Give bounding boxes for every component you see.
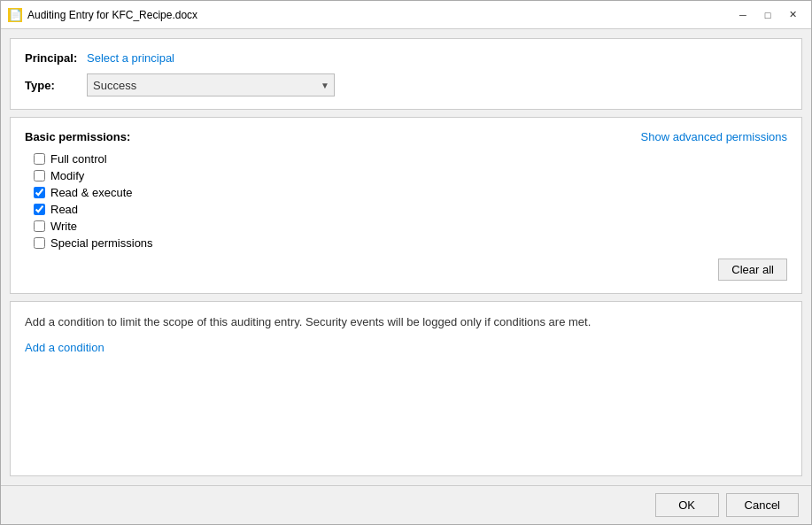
clear-all-button[interactable]: Clear all	[718, 259, 787, 281]
read-checkbox[interactable]	[34, 204, 45, 215]
read-execute-label: Read & execute	[50, 186, 133, 199]
type-label: Type:	[25, 79, 87, 92]
footer: OK Cancel	[1, 485, 811, 524]
condition-description: Add a condition to limit the scope of th…	[25, 314, 787, 330]
read-execute-checkbox[interactable]	[34, 187, 45, 198]
type-row: Type: Success Failure All ▼	[25, 73, 787, 97]
permission-modify: Modify	[25, 169, 787, 182]
read-label: Read	[50, 203, 78, 216]
type-select[interactable]: Success Failure All	[87, 73, 335, 97]
window-controls: ─ □ ✕	[731, 4, 804, 26]
permission-write: Write	[25, 220, 787, 233]
title-bar: 📄 Auditing Entry for KFC_Recipe.docx ─ □…	[1, 1, 811, 29]
minimize-button[interactable]: ─	[731, 4, 754, 26]
write-label: Write	[50, 220, 77, 233]
permission-special: Special permissions	[25, 236, 787, 250]
ok-button[interactable]: OK	[655, 493, 719, 517]
permission-read-execute: Read & execute	[25, 186, 787, 199]
principal-type-panel: Principal: Select a principal Type: Succ…	[10, 38, 802, 110]
special-permissions-checkbox[interactable]	[34, 237, 45, 249]
add-condition-link[interactable]: Add a condition	[25, 341, 104, 354]
full-control-checkbox[interactable]	[34, 153, 45, 165]
close-button[interactable]: ✕	[781, 4, 804, 26]
maximize-button[interactable]: □	[756, 4, 779, 26]
full-control-label: Full control	[50, 152, 107, 166]
permission-read: Read	[25, 203, 787, 216]
show-advanced-link[interactable]: Show advanced permissions	[641, 130, 787, 143]
permissions-header: Basic permissions: Show advanced permiss…	[25, 130, 787, 143]
write-checkbox[interactable]	[34, 220, 45, 232]
window-icon: 📄	[8, 8, 22, 22]
principal-label: Principal:	[25, 51, 87, 65]
modify-checkbox[interactable]	[34, 170, 45, 181]
window-title: Auditing Entry for KFC_Recipe.docx	[27, 9, 731, 21]
condition-panel: Add a condition to limit the scope of th…	[10, 301, 802, 476]
cancel-button[interactable]: Cancel	[726, 493, 799, 517]
principal-row: Principal: Select a principal	[25, 51, 787, 65]
permission-full-control: Full control	[25, 152, 787, 166]
main-content: Principal: Select a principal Type: Succ…	[1, 29, 811, 485]
permissions-title: Basic permissions:	[25, 130, 130, 143]
permissions-panel: Basic permissions: Show advanced permiss…	[10, 117, 802, 294]
main-window: 📄 Auditing Entry for KFC_Recipe.docx ─ □…	[0, 0, 812, 525]
clear-all-row: Clear all	[25, 259, 787, 281]
modify-label: Modify	[50, 169, 84, 182]
select-principal-link[interactable]: Select a principal	[87, 51, 174, 65]
special-permissions-label: Special permissions	[50, 236, 153, 250]
type-select-wrapper: Success Failure All ▼	[87, 73, 335, 97]
